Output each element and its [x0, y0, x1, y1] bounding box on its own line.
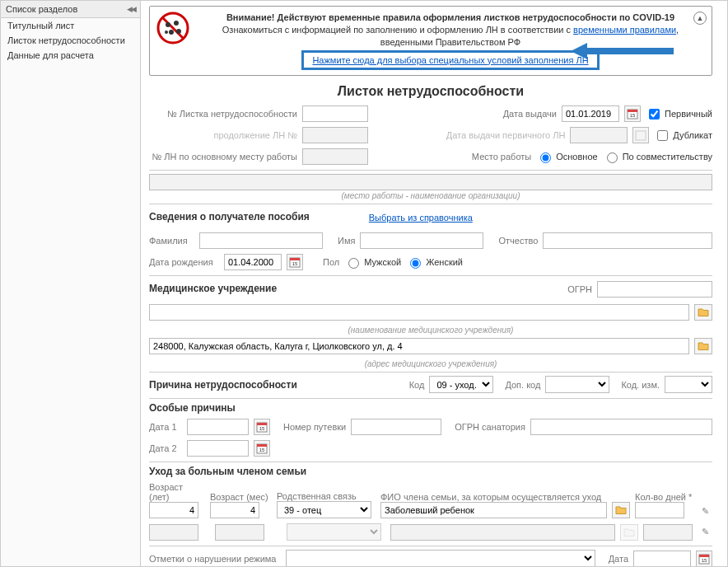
primary-issue-date-input	[570, 127, 628, 143]
svg-point-5	[176, 29, 181, 34]
duplicate-checkbox[interactable]: Дубликат	[654, 128, 712, 143]
workplace-label: Место работы	[472, 152, 531, 162]
med-address-input[interactable]	[149, 338, 689, 354]
sidebar-item-sick-leave[interactable]: Листок нетрудоспособности	[1, 33, 140, 48]
main-ln-input	[302, 148, 368, 165]
ogrn-input[interactable]	[597, 281, 712, 298]
issue-date-input[interactable]	[562, 105, 619, 122]
med-address-browse-button[interactable]	[694, 338, 712, 354]
days-label: Кол-во дней *	[635, 492, 693, 502]
svg-point-2	[166, 22, 170, 27]
cause-modcode-select[interactable]	[665, 376, 712, 393]
fio-input[interactable]	[380, 502, 607, 518]
med-name-browse-button[interactable]	[694, 304, 712, 321]
covid-icon	[156, 12, 189, 45]
svg-text:15: 15	[292, 261, 298, 266]
ageY-label: Возраст (лет)	[149, 482, 205, 502]
svg-rect-9	[628, 110, 637, 112]
svg-rect-19	[257, 444, 267, 447]
ageM-input[interactable]	[210, 502, 259, 518]
covid-info: Ознакомиться с информацией по заполнению…	[196, 24, 705, 49]
patronym-input[interactable]	[543, 232, 712, 249]
sidebar-item-calc-data[interactable]: Данные для расчета	[1, 48, 140, 63]
dob-input[interactable]	[224, 254, 282, 270]
covid-title: Внимание! Действуют временные правила оф…	[196, 12, 705, 24]
violation-date-label: Дата	[609, 554, 628, 564]
special-heading: Особые причины	[149, 402, 712, 414]
ageY2-input	[149, 524, 198, 541]
violation-date-input[interactable]	[633, 551, 691, 566]
date2-cal-button[interactable]: 15	[254, 440, 270, 457]
primary-checkbox[interactable]: Первичный	[646, 106, 712, 122]
cause-code-select[interactable]: 09 - уход…	[429, 376, 493, 393]
covid-rules-link[interactable]: временными правилами	[573, 25, 676, 35]
main-panel: Внимание! Действуют временные правила оф…	[141, 1, 727, 566]
rel-label: Родственная связь	[277, 491, 376, 501]
org-name-input	[149, 174, 712, 190]
ticket-input[interactable]	[351, 419, 441, 435]
surname-input[interactable]	[199, 232, 323, 249]
date1-cal-button[interactable]: 15	[254, 419, 270, 435]
ogrn-label: ОГРН	[567, 284, 592, 294]
primary-issue-date-label: Дата выдачи первичного ЛН	[446, 130, 566, 140]
cause-addcode-label: Доп. код	[505, 380, 540, 390]
care-row2-edit-button[interactable]: ✎	[698, 525, 712, 540]
sidebar-title: Список разделов	[6, 4, 77, 14]
svg-text:15: 15	[259, 426, 265, 431]
violation-select[interactable]	[286, 550, 595, 566]
san-ogrn-input[interactable]	[530, 419, 712, 435]
cause-heading: Причина нетрудоспособности	[149, 379, 297, 391]
svg-point-6	[165, 30, 168, 34]
issue-date-label: Дата выдачи	[503, 109, 557, 119]
issue-date-cal-button[interactable]: 15	[624, 105, 641, 122]
days-input[interactable]	[635, 502, 684, 518]
san-ogrn-label: ОГРН санатория	[455, 422, 525, 432]
date1-input[interactable]	[187, 419, 249, 435]
ln-number-label: № Листка нетрудоспособности	[149, 109, 297, 119]
dob-label: Дата рождения	[149, 257, 219, 267]
page-title: Листок нетрудоспособности	[149, 84, 712, 99]
primary-issue-date-cal-button	[632, 127, 649, 143]
covid-collapse-button[interactable]: ▲	[693, 12, 707, 25]
cause-addcode-select[interactable]	[545, 376, 609, 393]
svg-line-1	[162, 17, 184, 39]
ageM2-input	[215, 524, 264, 541]
workplace-main-radio[interactable]: Основное	[536, 150, 597, 163]
continuation-input	[302, 127, 368, 143]
ticket-label: Номер путевки	[283, 422, 346, 432]
name-input[interactable]	[360, 232, 483, 249]
ln-number-input[interactable]	[302, 105, 368, 122]
workplace-sec-radio[interactable]: По совместительству	[603, 150, 712, 163]
days2-input	[643, 524, 693, 541]
org-name-note: (место работы - наименование организации…	[149, 191, 712, 200]
sidebar-item-title-page[interactable]: Титульный лист	[1, 18, 140, 33]
svg-point-3	[174, 21, 179, 26]
recipient-ref-link[interactable]: Выбрать из справочника	[369, 213, 473, 223]
dob-cal-button[interactable]: 15	[287, 254, 303, 270]
ageM-label: Возраст (мес)	[210, 492, 272, 502]
svg-rect-13	[290, 258, 300, 260]
sidebar-collapse-icon[interactable]: ◀◀	[127, 5, 135, 13]
covid-action-link[interactable]: Нажмите сюда для выбора специальных усло…	[301, 50, 599, 71]
sidebar-header: Список разделов ◀◀	[1, 1, 140, 18]
svg-text:15: 15	[702, 558, 707, 563]
cause-modcode-label: Код. изм.	[621, 380, 660, 390]
fio2-input	[390, 524, 615, 541]
med-heading: Медицинское учреждение	[149, 283, 277, 294]
sex-female-radio[interactable]: Женский	[406, 255, 463, 269]
rel-select[interactable]: 39 - отец	[277, 501, 371, 518]
patronym-label: Отчество	[498, 236, 538, 246]
sex-male-radio[interactable]: Мужской	[344, 255, 401, 269]
med-addr-note: (адрес медицинского учреждения)	[149, 359, 712, 368]
care-heading: Уход за больным членом семьи	[149, 466, 712, 477]
care-row1-edit-button[interactable]: ✎	[698, 504, 712, 518]
ageY-input[interactable]	[149, 502, 198, 518]
med-name-input[interactable]	[149, 304, 689, 321]
violation-date-cal-button[interactable]: 15	[696, 551, 712, 566]
covid-notice: Внимание! Действуют временные правила оф…	[149, 6, 712, 76]
continuation-label: продолжение ЛН №	[149, 130, 297, 140]
fio-browse-button[interactable]	[612, 502, 630, 518]
sidebar: Список разделов ◀◀ Титульный лист Листок…	[1, 1, 141, 566]
recipient-heading: Сведения о получателе пособия	[149, 211, 310, 223]
date2-input[interactable]	[187, 440, 249, 457]
